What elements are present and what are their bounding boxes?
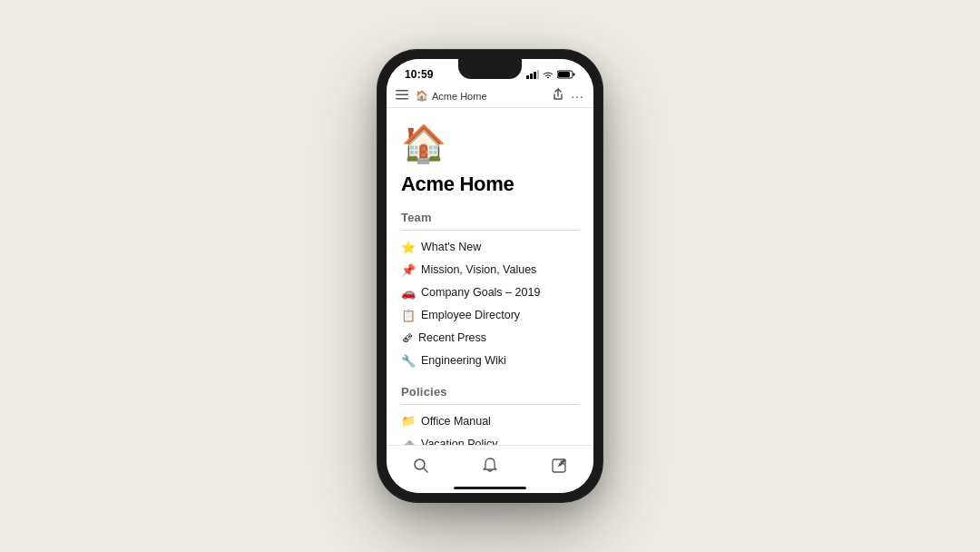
team-section-label: Team <box>401 211 579 224</box>
status-time: 10:59 <box>405 68 434 81</box>
wifi-icon <box>543 71 554 79</box>
policies-section: Policies 📁 Office Manual 🚕 Vacation Poli… <box>401 385 579 446</box>
home-indicator <box>454 487 526 489</box>
compose-nav-button[interactable] <box>541 453 577 478</box>
battery-icon <box>557 70 575 79</box>
svg-line-12 <box>424 468 427 472</box>
list-item[interactable]: 🚗 Company Goals – 2019 <box>401 281 579 304</box>
notch <box>458 59 522 79</box>
item-text: Vacation Policy <box>421 438 498 446</box>
browser-bar: 🏠 Acme Home ··· <box>387 84 593 108</box>
tab-emoji: 🏠 <box>416 90 428 102</box>
phone-frame: 10:59 <box>377 50 603 502</box>
search-icon <box>413 458 429 474</box>
hamburger-icon[interactable] <box>396 90 408 102</box>
bell-icon <box>483 458 497 474</box>
tab-title: Acme Home <box>432 91 487 102</box>
signal-icon <box>526 70 539 79</box>
policies-divider <box>401 404 579 405</box>
svg-point-4 <box>547 76 549 78</box>
svg-point-11 <box>415 459 425 469</box>
item-emoji: 🚕 <box>401 437 416 445</box>
status-icons <box>526 70 575 79</box>
item-text: Office Manual <box>421 415 491 428</box>
svg-rect-2 <box>534 72 536 79</box>
search-nav-button[interactable] <box>403 453 439 478</box>
item-emoji: 🗞 <box>401 331 413 345</box>
item-emoji: ⭐ <box>401 241 416 254</box>
phone-screen: 10:59 <box>387 59 593 493</box>
svg-rect-0 <box>526 75 529 79</box>
item-text: Mission, Vision, Values <box>421 263 536 276</box>
compose-icon <box>551 458 567 474</box>
policies-section-label: Policies <box>401 385 579 399</box>
team-divider <box>401 230 579 231</box>
list-item[interactable]: 📌 Mission, Vision, Values <box>401 259 579 281</box>
page-content: 🏠 Acme Home Team ⭐ What's New 📌 Mission,… <box>387 108 593 445</box>
item-text: Engineering Wiki <box>421 354 506 367</box>
svg-rect-9 <box>396 94 408 96</box>
svg-rect-7 <box>558 72 570 77</box>
bell-nav-button[interactable] <box>472 453 508 478</box>
list-item[interactable]: 🔧 Engineering Wiki <box>401 350 579 372</box>
svg-rect-3 <box>537 70 539 79</box>
share-icon[interactable] <box>553 88 564 104</box>
item-text: What's New <box>421 241 481 253</box>
item-emoji: 📌 <box>401 263 416 277</box>
team-section: Team ⭐ What's New 📌 Mission, Vision, Val… <box>401 211 579 372</box>
item-emoji: 🔧 <box>401 354 416 368</box>
item-text: Employee Directory <box>421 309 520 321</box>
item-emoji: 🚗 <box>401 286 416 300</box>
item-emoji: 📋 <box>401 309 416 322</box>
list-item[interactable]: 🚕 Vacation Policy <box>401 432 579 445</box>
list-item[interactable]: ⭐ What's New <box>401 236 579 259</box>
browser-tab[interactable]: 🏠 Acme Home <box>416 90 545 102</box>
list-item[interactable]: 📁 Office Manual <box>401 409 579 432</box>
svg-rect-6 <box>573 74 575 76</box>
item-text: Recent Press <box>418 331 486 344</box>
browser-actions: ··· <box>553 88 584 104</box>
svg-rect-8 <box>396 90 408 92</box>
item-emoji: 📁 <box>401 414 416 428</box>
list-item[interactable]: 📋 Employee Directory <box>401 304 579 327</box>
page-title: Acme Home <box>401 172 579 196</box>
more-icon[interactable]: ··· <box>571 89 584 104</box>
svg-rect-10 <box>396 98 408 100</box>
svg-rect-1 <box>530 74 533 79</box>
item-text: Company Goals – 2019 <box>421 286 540 299</box>
page-emoji: 🏠 <box>401 123 579 165</box>
list-item[interactable]: 🗞 Recent Press <box>401 327 579 350</box>
